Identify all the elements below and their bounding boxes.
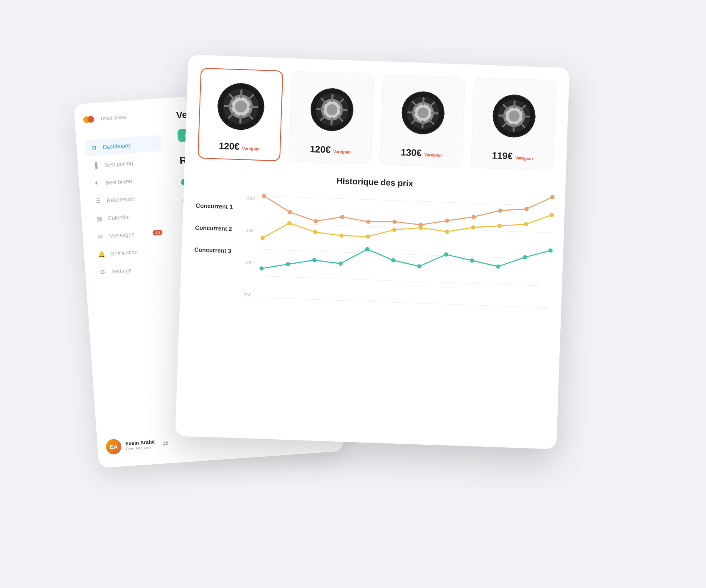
notification-icon: 🔔 [97, 250, 106, 258]
calendar-icon: ▦ [95, 215, 103, 223]
tire-gallery: 120€ Varejpan [197, 67, 556, 170]
sidebar-item-messages[interactable]: ✉ Messages 49 [91, 223, 168, 245]
chart-dot-c3-3 [339, 261, 343, 265]
chart-dot-c1-10 [524, 206, 528, 211]
sidebar-item-label-messages: Messages [109, 231, 134, 239]
chart-dot-c2-1 [287, 221, 292, 225]
svg-line-49 [499, 115, 506, 116]
sidebar-item-label-calendar: Calendar [108, 213, 131, 221]
tire-svg-2 [308, 85, 356, 134]
chart-line-concurrent3 [261, 240, 550, 279]
y-label-300: 300 [245, 259, 253, 265]
chart-dot-c1-3 [340, 215, 344, 219]
chart-dot-c3-2 [312, 258, 317, 262]
user-area: EA Easin Arafat Free Account ⇄ [105, 426, 183, 454]
references-icon: ☰ [94, 197, 102, 205]
tire-card-1[interactable]: 120€ Varejpan [197, 67, 283, 161]
svg-line-6 [240, 116, 241, 123]
chart-dot-c3-10 [523, 255, 527, 259]
tire-svg-4 [490, 92, 538, 140]
svg-line-8 [250, 106, 257, 107]
chart-dot-c1-8 [472, 215, 476, 219]
chart-title: Historique des prix [197, 171, 553, 193]
chart-dot-c1-5 [392, 219, 397, 223]
chart-dot-c2-3 [339, 233, 344, 237]
tire-price-1: 120€ [219, 140, 240, 152]
chart-dot-c1-11 [550, 195, 554, 199]
tire-card-2[interactable]: 120€ Varejpan [289, 71, 374, 164]
chart-dot-c2-10 [524, 222, 528, 226]
chart-line-concurrent2 [263, 205, 552, 248]
y-label-400: 400 [247, 195, 255, 201]
svg-line-5 [241, 90, 242, 97]
chart-dot-c2-11 [550, 212, 554, 217]
tire-card-3[interactable]: 130€ Varejpan [380, 74, 465, 167]
user-switch-icon[interactable]: ⇄ [162, 439, 168, 447]
sidebar-item-label-settings: Settings [111, 267, 132, 274]
legend-concurrent-3: Concurrent 3 [194, 246, 245, 254]
svg-line-57 [263, 223, 551, 233]
svg-line-50 [523, 116, 529, 117]
logo-text: retail shake [101, 114, 127, 121]
svg-line-48 [513, 124, 514, 131]
chart-dot-c3-4 [365, 247, 370, 251]
svg-line-35 [408, 112, 414, 113]
tire-price-row-4: 119€ Varejpan [492, 150, 534, 162]
price-chart-svg [260, 192, 552, 312]
tire-image-4 [483, 85, 545, 147]
sidebar-item-label-best-pricing: Best pricing [104, 159, 133, 168]
sidebar-item-label-references: Références [106, 195, 135, 203]
avatar: EA [106, 438, 122, 454]
svg-line-60 [261, 298, 549, 308]
sidebar-item-calendar[interactable]: ▦ Calendar [89, 206, 167, 227]
tire-price-4: 119€ [492, 150, 513, 162]
chart-dot-c2-9 [498, 223, 502, 228]
tire-svg-3 [399, 89, 447, 137]
sidebar-item-notification[interactable]: 🔔 Notification [92, 241, 169, 262]
tire-price-row-2: 120€ Varejpan [310, 143, 351, 156]
chart-dot-c2-7 [445, 229, 449, 234]
chart-area: Concurrent 1 Concurrent 2 Concurrent 3 4… [192, 189, 552, 313]
chart-dot-c2-2 [313, 230, 317, 234]
svg-line-7 [225, 106, 231, 106]
chart-dot-c3-11 [548, 248, 553, 252]
best-brand-icon: ✦ [92, 179, 100, 187]
tire-image-1 [210, 75, 272, 137]
sidebar-item-best-pricing[interactable]: ▐ Best pricing [86, 153, 163, 174]
sidebar-item-best-brand[interactable]: ✦ Best brand [87, 170, 164, 191]
sidebar-item-label-notification: Notification [110, 248, 138, 256]
sidebar-item-label-dashboard: Dashboard [103, 142, 130, 150]
legend-concurrent-1: Concurrent 1 [196, 202, 247, 210]
chart-dot-c1-7 [445, 218, 449, 223]
sidebar-item-settings[interactable]: ⚙ Settings [93, 259, 170, 280]
tire-brand-4: Varejpan [515, 155, 533, 160]
tire-svg-1 [214, 80, 267, 133]
chart-dot-c3-9 [496, 264, 500, 268]
chart-dot-c2-5 [392, 227, 396, 231]
logo-circle-red [87, 116, 95, 123]
chart-dot-c2-8 [471, 225, 475, 229]
chart-dot-c1-4 [366, 219, 370, 223]
svg-line-22 [340, 110, 347, 110]
chart-section: Historique des prix Concurrent 1 Concurr… [192, 171, 553, 313]
tire-card-4[interactable]: 119€ Varejpan [471, 77, 556, 171]
chart-dot-c1-0 [262, 194, 266, 198]
y-label-350: 350 [246, 227, 254, 233]
chart-dot-c3-7 [444, 252, 448, 256]
user-info: Easin Arafat Free Account [125, 438, 155, 451]
tire-brand-3: Varejpan [424, 152, 442, 157]
chart-dot-c2-0 [261, 236, 265, 240]
svg-line-47 [514, 101, 514, 107]
tire-image-2 [301, 79, 362, 140]
messages-badge: 49 [153, 229, 163, 235]
chart-legend: Concurrent 1 Concurrent 2 Concurrent 3 [192, 189, 247, 303]
chart-dot-c3-1 [286, 262, 290, 266]
sidebar-item-references[interactable]: ☰ Références [88, 188, 165, 209]
tire-brand-2: Varejpan [333, 149, 351, 154]
svg-line-58 [262, 249, 550, 259]
svg-line-19 [332, 95, 333, 101]
y-label-250: 250 [244, 292, 252, 297]
chart-dot-c3-5 [391, 258, 395, 262]
svg-line-36 [431, 113, 438, 113]
sidebar-item-dashboard[interactable]: ⊞ Dashboard [85, 135, 162, 156]
